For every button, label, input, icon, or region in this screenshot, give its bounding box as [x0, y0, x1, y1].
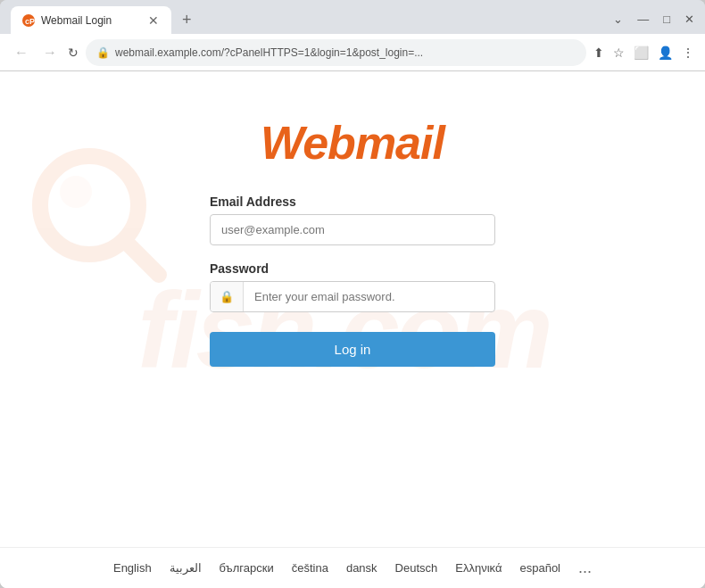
email-input[interactable]	[210, 214, 495, 245]
tab-favicon: cP	[21, 13, 36, 28]
tab-close-button[interactable]: ✕	[146, 13, 161, 28]
lang-german[interactable]: Deutsch	[395, 561, 438, 575]
new-tab-button[interactable]: +	[177, 11, 197, 29]
lang-arabic[interactable]: العربية	[170, 561, 202, 575]
login-form: Email Address Password 🔒 Log in	[210, 195, 495, 367]
forward-button[interactable]: →	[39, 43, 61, 62]
profile-icon[interactable]: ⬜	[634, 46, 649, 60]
lock-password-icon: 🔒	[211, 282, 244, 311]
minimize-button[interactable]: —	[637, 12, 649, 26]
password-label: Password	[210, 261, 495, 276]
maximize-button[interactable]: □	[663, 12, 670, 26]
login-button[interactable]: Log in	[210, 332, 495, 367]
password-wrapper: 🔒	[210, 281, 495, 312]
chevron-down-icon: ⌄	[613, 12, 623, 26]
email-label: Email Address	[210, 195, 495, 209]
close-button[interactable]: ✕	[684, 12, 694, 26]
page-inner: fish.com Webmail Email Address Password	[0, 71, 705, 588]
back-button[interactable]: ←	[11, 43, 32, 62]
tab-bar: cP Webmail Login ✕ +	[11, 6, 606, 35]
active-tab[interactable]: cP Webmail Login ✕	[11, 6, 171, 35]
address-bar-actions: ⬆ ☆ ⬜ 👤 ⋮	[593, 46, 694, 60]
password-input[interactable]	[244, 282, 494, 311]
svg-text:cP: cP	[25, 17, 35, 26]
reload-button[interactable]: ↻	[68, 46, 79, 60]
bookmark-icon[interactable]: ☆	[613, 46, 625, 60]
share-icon[interactable]: ⬆	[593, 46, 604, 60]
login-container: Webmail Email Address Password 🔒	[0, 89, 705, 367]
page-content: fish.com Webmail Email Address Password	[0, 71, 705, 588]
browser-window: cP Webmail Login ✕ + ⌄ — □ ✕ ← → ↻ 🔒 web…	[0, 0, 705, 588]
address-bar: ← → ↻ 🔒 webmail.example.com/?cPanelHTTPS…	[0, 34, 705, 71]
user-icon[interactable]: 👤	[658, 46, 673, 60]
password-field-group: Password 🔒	[210, 261, 495, 312]
webmail-logo: Webmail	[261, 116, 444, 170]
window-controls: ⌄ — □ ✕	[613, 12, 694, 26]
language-bar: English العربية български čeština dansk …	[0, 547, 705, 588]
more-languages-button[interactable]: ...	[578, 559, 592, 577]
lang-czech[interactable]: čeština	[292, 561, 328, 575]
email-field-group: Email Address	[210, 195, 495, 245]
url-text: webmail.example.com/?cPanelHTTPS=1&login…	[115, 46, 576, 59]
lock-icon: 🔒	[96, 46, 110, 59]
lang-greek[interactable]: Ελληνικά	[455, 561, 502, 575]
url-bar[interactable]: 🔒 webmail.example.com/?cPanelHTTPS=1&log…	[86, 39, 586, 66]
menu-icon[interactable]: ⋮	[682, 46, 694, 60]
title-bar: cP Webmail Login ✕ + ⌄ — □ ✕	[0, 0, 705, 34]
lang-danish[interactable]: dansk	[346, 561, 377, 575]
lang-english[interactable]: English	[113, 561, 152, 575]
lang-bulgarian[interactable]: български	[220, 561, 274, 575]
tab-title: Webmail Login	[41, 14, 112, 27]
lang-spanish[interactable]: español	[519, 561, 560, 575]
